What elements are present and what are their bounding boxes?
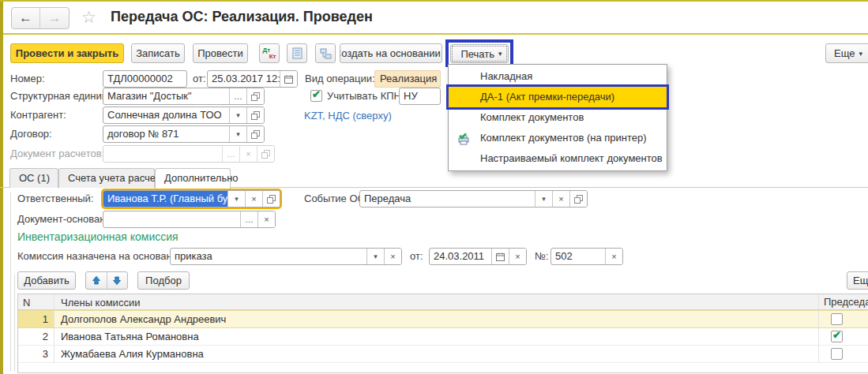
chevron-down-icon: ▾	[859, 50, 862, 58]
dropdown-button[interactable]: ▾	[227, 191, 245, 207]
menu-item-custom-document-set[interactable]: Настраиваемый комплект документов	[449, 148, 667, 169]
menu-item-document-set-printer[interactable]: Комплект документов (на принтер)	[449, 128, 667, 148]
create-based-on-button[interactable]: Создать на основании▾	[340, 43, 442, 63]
currency-vat-link[interactable]: KZT, НДС (сверху)	[304, 110, 392, 122]
date-field[interactable]: 25.03.2017 12:00:00	[207, 70, 298, 88]
forward-button[interactable]: →	[40, 8, 69, 28]
tab-additional[interactable]: Дополнительно	[155, 168, 231, 189]
arrow-up-icon	[92, 275, 101, 286]
commission-basis-field[interactable]: приказа ▾ ×	[170, 248, 402, 265]
menu-item-waybill[interactable]: Накладная	[449, 66, 667, 87]
responsible-field[interactable]: Иванова Т.Р. (Главный бухгалте ▾ ×	[103, 190, 280, 208]
back-button[interactable]: ←	[12, 8, 40, 28]
date-label: от:	[193, 70, 206, 88]
order-date-label: от:	[410, 248, 423, 265]
os-event-field[interactable]: Передача ▾ ×	[359, 190, 588, 208]
number-field[interactable]: ТДЛ00000002	[103, 70, 187, 88]
pick-members-button[interactable]: Подбор	[137, 271, 190, 290]
chairman-checkbox[interactable]	[831, 348, 843, 360]
menu-item-document-set[interactable]: Комплект документов	[449, 107, 667, 128]
column-header-n[interactable]: N	[18, 294, 54, 309]
member-name: Иванова Татьяна Романовна	[54, 328, 819, 345]
base-document-field[interactable]: … ×	[103, 211, 276, 228]
row-number: 1	[18, 311, 54, 327]
commission-members-table: N Члены комиссии Председатель 1 Долгопол…	[17, 294, 868, 373]
chairman-checkbox[interactable]	[831, 331, 843, 342]
clear-button[interactable]: ×	[245, 191, 262, 207]
clear-button[interactable]: ×	[605, 249, 622, 264]
open-button[interactable]	[569, 191, 587, 207]
nav-history-group: ← →	[11, 7, 70, 29]
table-row[interactable]: 2 Иванова Татьяна Романовна	[18, 328, 868, 346]
number-label: Номер:	[10, 70, 45, 88]
dropdown-button[interactable]: ▾	[535, 191, 552, 207]
clear-button[interactable]: ×	[257, 211, 275, 227]
tab-os[interactable]: ОС (1)	[9, 168, 58, 188]
ellipsis-button[interactable]: …	[229, 88, 246, 104]
open-icon	[251, 130, 260, 139]
open-button	[257, 146, 274, 162]
open-icon	[267, 195, 276, 204]
kpn-account-field[interactable]: НУ	[399, 88, 441, 105]
commission-basis-label: Комиссия назначена на основании:	[17, 248, 186, 265]
add-member-button[interactable]: Добавить	[17, 271, 76, 290]
open-icon	[574, 195, 583, 204]
dtkt-button[interactable]: ДтКт	[259, 43, 280, 63]
contractor-label: Контрагент:	[10, 107, 66, 124]
row-number: 2	[18, 328, 54, 345]
move-down-button[interactable]	[107, 272, 128, 289]
table-more-button[interactable]: Еще	[847, 271, 868, 290]
open-icon	[251, 111, 260, 120]
row-number: 3	[18, 346, 54, 362]
column-header-members[interactable]: Члены комиссии	[54, 294, 819, 309]
operation-field[interactable]: Реализация	[374, 70, 441, 88]
tab-settlement-accounts[interactable]: Счета учета расчетов	[58, 168, 155, 188]
favorite-star-icon[interactable]: ☆	[81, 8, 96, 27]
dropdown-button[interactable]: ▾	[229, 126, 246, 142]
post-button[interactable]: Провести	[193, 43, 248, 63]
chevron-down-icon: ▾	[236, 130, 240, 138]
document-structure-button[interactable]	[315, 43, 336, 63]
chairman-checkbox[interactable]	[831, 313, 843, 325]
order-no-label: №:	[535, 248, 549, 265]
clear-button: ×	[239, 146, 257, 162]
open-button[interactable]	[246, 107, 264, 123]
table-row[interactable]: 3 Жумабаева Алия Курмановна	[18, 346, 868, 363]
contractor-field[interactable]: Солнечная долина ТОО ▾	[103, 107, 265, 124]
calendar-button[interactable]	[491, 249, 509, 264]
open-button[interactable]	[262, 191, 280, 207]
move-up-button[interactable]	[86, 272, 107, 289]
clear-button[interactable]: ×	[509, 249, 526, 264]
kpn-checkbox[interactable]	[310, 90, 322, 102]
order-no-field[interactable]: 502 ×	[550, 248, 623, 265]
ellipsis-button[interactable]: …	[240, 211, 257, 227]
forward-icon: →	[48, 10, 62, 26]
calendar-button[interactable]	[280, 71, 297, 87]
menu-item-da1-act[interactable]: ДА-1 (Акт премки-передачи)	[449, 87, 667, 107]
table-row[interactable]: 1 Долгополов Александр Андреевич	[18, 310, 868, 328]
dtkt-icon: ДтКт	[263, 47, 276, 60]
column-header-chairman[interactable]: Председатель	[819, 294, 868, 309]
chevron-down-icon: ▾	[498, 50, 502, 58]
post-and-close-button[interactable]: Провести и закрыть	[10, 43, 124, 63]
open-button[interactable]	[246, 88, 264, 104]
calendar-icon	[496, 252, 505, 261]
dropdown-button[interactable]: ▾	[229, 107, 246, 123]
back-icon: ←	[19, 10, 32, 26]
table-header-row: N Члены комиссии Председатель	[18, 294, 868, 310]
commission-section-title: Инвентаризационная комиссия	[17, 230, 178, 243]
calendar-icon	[284, 75, 293, 84]
clear-button[interactable]: ×	[384, 249, 401, 264]
open-button[interactable]	[246, 126, 264, 142]
print-button[interactable]: Печать▾	[450, 44, 509, 63]
structural-unit-field[interactable]: Магазин "Достык" …	[103, 88, 265, 105]
dropdown-button[interactable]: ▾	[366, 249, 384, 264]
document-register-button[interactable]	[287, 43, 307, 63]
order-date-field[interactable]: 24.03.2011 ×	[429, 248, 527, 265]
form-more-button[interactable]: Еще▾	[825, 43, 868, 63]
settlement-doc-label: Документ расчетов:	[10, 145, 104, 163]
contract-field[interactable]: договор № 871 ▾	[103, 125, 265, 143]
chevron-down-icon: ▾	[235, 195, 239, 203]
save-button[interactable]: Записать	[131, 43, 185, 63]
clear-button[interactable]: ×	[552, 191, 569, 207]
